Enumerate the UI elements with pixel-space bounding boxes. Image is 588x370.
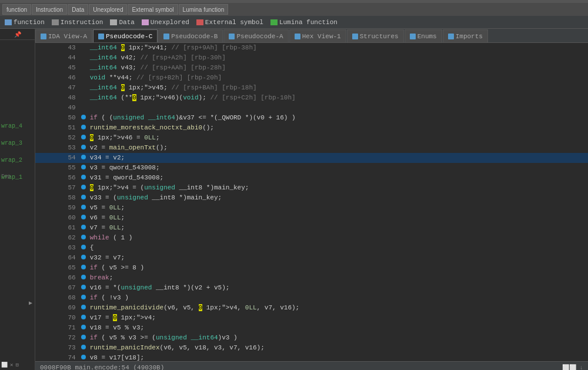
breakpoint-col[interactable] — [79, 263, 88, 273]
tab-ida-view-a[interactable]: IDA View-A — [35, 29, 92, 42]
table-row[interactable]: 47 __int64 0 1px;">v45; // [rsp+BAh] [rb… — [35, 83, 588, 93]
table-row[interactable]: 67 v16 = *(unsigned __int8 *)(v2 + v5); — [35, 283, 588, 293]
code-line-content: v7 = 0LL; — [88, 223, 588, 233]
table-row[interactable]: 70 v17 = 0 1px;">v4; — [35, 313, 588, 323]
tabs-bar[interactable]: IDA View-A Pseudocode-C Pseudocode-B Pse… — [35, 29, 588, 43]
breakpoint-col[interactable] — [79, 163, 88, 173]
table-row[interactable]: 55 v3 = qword_543008; — [35, 163, 588, 173]
breakpoint-col[interactable] — [79, 113, 88, 123]
tab-pseudocode-b[interactable]: Pseudocode-B — [158, 29, 223, 42]
nav-btn-external[interactable]: External symbol — [128, 4, 178, 15]
breakpoint-col[interactable] — [79, 103, 88, 113]
breakpoint-col[interactable] — [79, 283, 88, 293]
table-row[interactable]: 51 runtime_morestack_noctxt_abi0(); — [35, 123, 588, 133]
breakpoint-col[interactable] — [79, 253, 88, 263]
code-area[interactable]: 43 __int64 0 1px;">v41; // [rsp+9Ah] [rb… — [35, 43, 588, 361]
breakpoint-col[interactable] — [79, 83, 88, 93]
table-row[interactable]: 62 while ( 1 ) — [35, 233, 588, 243]
table-row[interactable]: 52 0 1px;">v46 = 0LL; — [35, 133, 588, 143]
nav-btn-data[interactable]: Data — [68, 4, 88, 15]
breakpoint-col[interactable] — [79, 143, 88, 153]
table-row[interactable]: 46 void **v44; // [rsp+B2h] [rbp-20h] — [35, 73, 588, 83]
breakpoint-col[interactable] — [79, 93, 88, 103]
table-row[interactable]: 44 __int64 v42; // [rsp+A2h] [rbp-30h] — [35, 53, 588, 63]
nav-btn-lumina[interactable]: Lumina function — [179, 4, 229, 15]
table-row[interactable]: 65 if ( v5 >= 8 ) — [35, 263, 588, 273]
tab-imports[interactable]: Imports — [443, 29, 488, 42]
breakpoint-col[interactable] — [79, 63, 88, 73]
code-line-content: v5 = 0LL; — [88, 203, 588, 213]
table-row[interactable]: 73 runtime_panicIndex(v6, v5, v18, v3, v… — [35, 343, 588, 353]
line-number: 58 — [35, 193, 79, 203]
breakpoint-col[interactable] — [79, 323, 88, 333]
legend-data: Data — [110, 19, 134, 26]
tab-enums[interactable]: Enums — [405, 29, 442, 42]
tab-pseudocode-a[interactable]: Pseudocode-A — [223, 29, 288, 42]
code-line-content: break; — [88, 273, 588, 283]
table-row[interactable]: 56 v31 = qword_543008; — [35, 173, 588, 183]
table-row[interactable]: 54 v34 = v2; — [35, 153, 588, 163]
table-row[interactable]: 71 v18 = v5 % v3; — [35, 323, 588, 333]
code-line-content: v17 = 0 1px;">v4; — [88, 313, 588, 323]
table-row[interactable]: 57 0 1px;">v4 = (unsigned __int8 *)main_… — [35, 183, 588, 193]
legend-external-label: External symbol — [205, 19, 263, 26]
breakpoint-dot — [81, 135, 86, 139]
table-row[interactable]: 58 v33 = (unsigned __int8 *)main_key; — [35, 193, 588, 203]
table-row[interactable]: 48 __int64 (**0 1px;">v46)(void); // [rs… — [35, 93, 588, 103]
tab-hex-view-1[interactable]: Hex View-1 — [289, 29, 346, 42]
table-row[interactable]: 64 v32 = v7; — [35, 253, 588, 263]
table-row[interactable]: 63 { — [35, 243, 588, 253]
table-row[interactable]: 53 v2 = main_openTxt(); — [35, 143, 588, 153]
nav-btn-instruction[interactable]: Instruction — [32, 4, 67, 15]
table-row[interactable]: 61 v7 = 0LL; — [35, 223, 588, 233]
nav-btn-unexplored[interactable]: Unexplored — [89, 4, 127, 15]
breakpoint-col[interactable] — [79, 73, 88, 83]
breakpoint-col[interactable] — [79, 293, 88, 303]
line-number: 72 — [35, 333, 79, 343]
breakpoint-dot — [81, 215, 86, 219]
breakpoint-col[interactable] — [79, 133, 88, 143]
breakpoint-col[interactable] — [79, 333, 88, 343]
nav-btn-function[interactable]: function — [2, 4, 31, 15]
breakpoint-col[interactable] — [79, 243, 88, 253]
breakpoint-col[interactable] — [79, 183, 88, 193]
table-row[interactable]: 49 — [35, 103, 588, 113]
table-row[interactable]: 59 v5 = 0LL; — [35, 203, 588, 213]
breakpoint-col[interactable] — [79, 53, 88, 63]
breakpoint-col[interactable] — [79, 153, 88, 163]
breakpoint-col[interactable] — [79, 173, 88, 183]
code-line-content: if ( v5 % v3 >= (unsigned __int64)v3 ) — [88, 333, 588, 343]
code-line-content: v31 = qword_543008; — [88, 173, 588, 183]
sidebar-arrow[interactable]: ▶ — [29, 299, 32, 306]
table-row[interactable]: 60 v6 = 0LL; — [35, 213, 588, 223]
breakpoint-col[interactable] — [79, 193, 88, 203]
code-line-content: runtime_panicIndex(v6, v5, v18, v3, v7, … — [88, 343, 588, 353]
breakpoint-col[interactable] — [79, 353, 88, 361]
breakpoint-col[interactable] — [79, 273, 88, 283]
breakpoint-col[interactable] — [79, 343, 88, 353]
breakpoint-col[interactable] — [79, 303, 88, 313]
table-row[interactable]: 68 if ( !v3 ) — [35, 293, 588, 303]
breakpoint-col[interactable] — [79, 313, 88, 323]
legend-function: function — [5, 19, 45, 26]
breakpoint-col[interactable] — [79, 203, 88, 213]
line-number: 73 — [35, 343, 79, 353]
breakpoint-col[interactable] — [79, 123, 88, 133]
table-row[interactable]: 72 if ( v5 % v3 >= (unsigned __int64)v3 … — [35, 333, 588, 343]
line-number: 55 — [35, 163, 79, 173]
breakpoint-col[interactable] — [79, 213, 88, 223]
table-row[interactable]: 74 v8 = v17[v18]; — [35, 353, 588, 361]
table-row[interactable]: 66 break; — [35, 273, 588, 283]
breakpoint-col[interactable] — [79, 223, 88, 233]
breakpoint-dot — [81, 355, 86, 359]
table-row[interactable]: 50 if ( (unsigned __int64)&v37 <= *(_QWO… — [35, 113, 588, 123]
tab-pseudocode-c[interactable]: Pseudocode-C — [93, 29, 158, 42]
breakpoint-col[interactable] — [79, 233, 88, 243]
table-row[interactable]: 43 __int64 0 1px;">v41; // [rsp+9Ah] [rb… — [35, 43, 588, 53]
table-row[interactable]: 69 runtime_panicdivide(v6, v5, 0 1px;">v… — [35, 303, 588, 313]
breakpoint-col[interactable] — [79, 43, 88, 53]
table-row[interactable]: 45 __int64 v43; // [rsp+AAh] [rbp-28h] — [35, 63, 588, 73]
line-number: 69 — [35, 303, 79, 313]
sidebar-pin-icon: 📌 — [14, 31, 21, 38]
tab-structures[interactable]: Structures — [347, 29, 404, 42]
